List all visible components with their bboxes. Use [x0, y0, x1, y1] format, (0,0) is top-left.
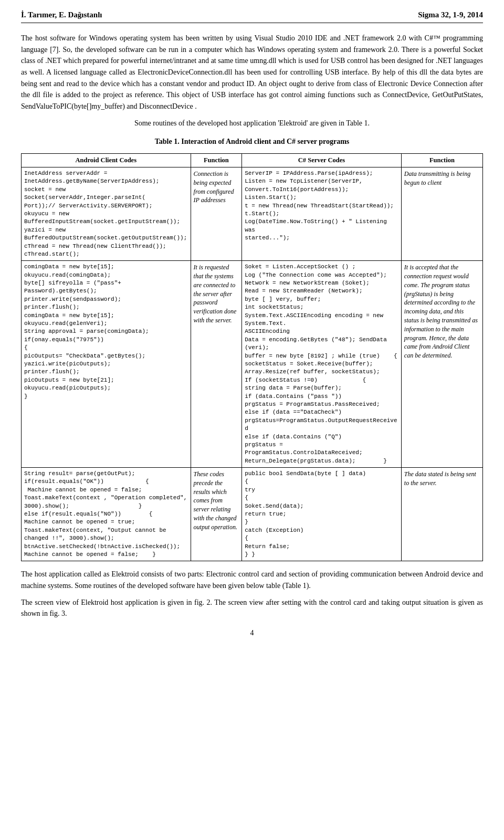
- csharp-code-cell: ServerIP = IPAddress.Parse(ipAdress); Li…: [242, 167, 402, 261]
- col-android: Android Client Codes: [22, 153, 191, 167]
- paragraph-4-text: The screen view of Elektroid host applic…: [21, 598, 483, 618]
- function-cell-1: Connection is being expected from config…: [191, 167, 242, 261]
- header-left: İ. Tarımer, E. Dağıstanlı: [21, 10, 102, 19]
- page-number: 4: [21, 629, 483, 637]
- paragraph-2: Some routines of the developed host appl…: [21, 118, 483, 129]
- paragraph-1-text: The host software for Windows operating …: [21, 34, 483, 110]
- header-right: Sigma 32, 1-9, 2014: [418, 10, 483, 19]
- paragraph-1: The host software for Windows operating …: [21, 33, 483, 112]
- col-function1: Function: [191, 153, 242, 167]
- function-cell-1: It is requested that the systems are con…: [191, 261, 242, 468]
- android-code-cell: String result= parse(getOutPut); if(resu…: [22, 468, 191, 561]
- paragraph-3: The host application called as Elektroid…: [21, 569, 483, 591]
- table-header-row: Android Client Codes Function C# Server …: [22, 153, 483, 167]
- paragraph-3-text: The host application called as Elektroid…: [21, 570, 483, 590]
- table-row: String result= parse(getOutPut); if(resu…: [22, 468, 483, 561]
- table-row: InetAddress serverAddr = InetAddress.get…: [22, 167, 483, 261]
- function-cell-2: Data transmitting is being begun to clie…: [401, 167, 482, 261]
- function-cell-2: The data stated is being sent to the ser…: [401, 468, 482, 561]
- csharp-code-cell: public bool SendData(byte [ ] data) { tr…: [242, 468, 402, 561]
- android-code-cell: comingData = new byte[15]; okuyucu.read(…: [22, 261, 191, 468]
- table-row: comingData = new byte[15]; okuyucu.read(…: [22, 261, 483, 468]
- col-csharp: C# Server Codes: [242, 153, 402, 167]
- android-code-cell: InetAddress serverAddr = InetAddress.get…: [22, 167, 191, 261]
- paragraph-4: The screen view of Elektroid host applic…: [21, 597, 483, 620]
- function-cell-1: These codes precede the results which co…: [191, 468, 242, 561]
- csharp-code-cell: Soket = Listen.AcceptSocket () ; Log ("T…: [242, 261, 402, 468]
- table-title: Table 1. Interaction of Android client a…: [21, 138, 483, 146]
- main-table: Android Client Codes Function C# Server …: [21, 153, 483, 562]
- header: İ. Tarımer, E. Dağıstanlı Sigma 32, 1-9,…: [21, 10, 483, 23]
- paragraph-2-text: Some routines of the developed host appl…: [134, 119, 370, 127]
- col-function2: Function: [401, 153, 482, 167]
- function-cell-2: It is accepted that the connection reque…: [401, 261, 482, 468]
